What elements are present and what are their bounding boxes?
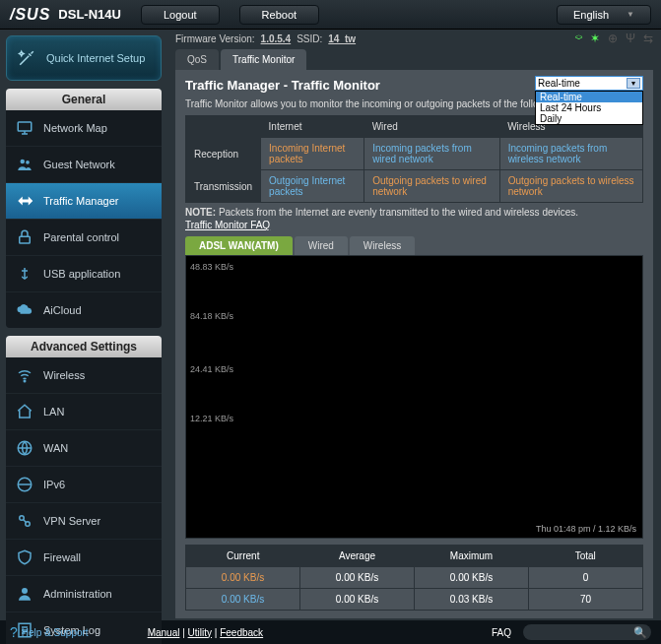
wifi-status-icon: ⌔ [575, 32, 582, 45]
panel: Real-time ▾ Real-timeLast 24 HoursDaily … [175, 70, 653, 618]
link-status-icon: ⇆ [643, 32, 653, 45]
sidebar-item-label: Parental control [43, 231, 119, 243]
subtab-wired[interactable]: Wired [295, 236, 348, 255]
sidebar-item-admin[interactable]: Administration [6, 576, 162, 612]
stats-cell: 0.00 KB/s [300, 589, 415, 611]
packet-link[interactable]: Outgoing Internet packets [269, 175, 345, 197]
svg-point-2 [26, 161, 30, 164]
dropdown-list: Real-timeLast 24 HoursDaily [535, 91, 643, 125]
sidebar-item-vpn[interactable]: VPN Server [6, 503, 162, 540]
sidebar-item-usb[interactable]: USB application [6, 256, 162, 292]
sidebar-item-label: LAN [43, 406, 64, 418]
stats-cell: 0.00 KB/s [300, 567, 415, 589]
table-cell: Outgoing packets to wireless network [499, 170, 642, 203]
packet-link[interactable]: Incoming packets from wireless network [508, 143, 608, 164]
dropdown-selected: Real-time [538, 78, 580, 89]
tab-traffic-monitor[interactable]: Traffic Monitor [221, 49, 306, 70]
sidebar: Quick Internet Setup General Network Map… [0, 30, 167, 620]
quick-internet-setup-button[interactable]: Quick Internet Setup [6, 35, 162, 81]
faq-link[interactable]: FAQ [492, 627, 511, 638]
stats-cell: 0.00 KB/s [186, 567, 300, 589]
lan-icon [14, 401, 35, 422]
packet-link[interactable]: Incoming Internet packets [269, 143, 345, 164]
subtab-adsl-wan-atm-[interactable]: ADSL WAN(ATM) [185, 236, 293, 255]
sidebar-item-wireless[interactable]: Wireless [6, 357, 162, 394]
note-text: Packets from the Internet are evenly tra… [219, 207, 578, 218]
sidebar-item-label: VPN Server [43, 515, 100, 527]
stats-header: Current [186, 546, 300, 567]
admin-icon [14, 583, 35, 605]
sidebar-item-label: AiCloud [43, 304, 82, 316]
sidebar-item-label: Traffic Manager [43, 195, 118, 207]
ssid-link[interactable]: 14_tw [328, 33, 356, 44]
dropdown-option[interactable]: Last 24 Hours [536, 102, 642, 113]
sidebar-item-aicloud[interactable]: AiCloud [6, 292, 162, 328]
packet-link[interactable]: Outgoing packets to wired network [372, 175, 487, 197]
logout-button[interactable]: Logout [141, 5, 220, 25]
utility-link[interactable]: Utility [188, 627, 212, 638]
sidebar-item-netmap[interactable]: Network Map [6, 110, 162, 147]
ytick: 24.41 KB/s [190, 364, 233, 374]
stats-cell: 0.00 KB/s [186, 589, 300, 611]
sidebar-item-label: IPv6 [43, 479, 65, 490]
sidebar-item-label: Firewall [43, 551, 81, 563]
help-support-link[interactable]: Help & Support [22, 627, 89, 638]
sidebar-item-firewall[interactable]: Firewall [6, 540, 162, 576]
model-name: DSL-N14U [58, 7, 121, 22]
stats-table: CurrentAverageMaximumTotal0.00 KB/s0.00 … [185, 545, 643, 611]
wand-icon [15, 46, 38, 70]
ytick: 84.18 KB/s [190, 311, 233, 321]
traffic-faq-link[interactable]: Traffic Monitor FAQ [185, 220, 643, 230]
sidebar-item-guest[interactable]: Guest Network [6, 147, 162, 183]
globe-status-icon: ⊕ [608, 32, 618, 45]
ssid-label: SSID: [297, 33, 322, 44]
sidebar-item-ipv6[interactable]: IPv6 [6, 467, 162, 503]
sidebar-item-parental[interactable]: Parental control [6, 220, 162, 256]
packet-link[interactable]: Incoming packets from wired network [372, 143, 472, 164]
brand-logo: /SUS [10, 6, 50, 24]
stats-row: 0.00 KB/s0.00 KB/s0.03 KB/s70 [186, 589, 643, 611]
throughput-graph: 48.83 KB/s 84.18 KB/s 24.41 KB/s 12.21 K… [185, 255, 643, 539]
svg-rect-3 [20, 236, 31, 243]
sidebar-item-wan[interactable]: WAN [6, 430, 162, 467]
stats-header: Average [300, 546, 415, 567]
table-header: Wired [364, 116, 500, 138]
stats-cell: 70 [529, 589, 643, 611]
reboot-button[interactable]: Reboot [239, 5, 319, 25]
stats-row: 0.00 KB/s0.00 KB/s0.00 KB/s0 [186, 567, 643, 589]
fw-version-link[interactable]: 1.0.5.4 [261, 33, 292, 44]
dropdown-option[interactable]: Real-time [536, 92, 642, 102]
section-advanced-header: Advanced Settings [6, 336, 162, 357]
sidebar-item-label: Guest Network [43, 159, 115, 170]
sidebar-item-label: USB application [43, 268, 120, 280]
subtab-wireless[interactable]: Wireless [350, 236, 415, 255]
dropdown-option[interactable]: Daily [536, 113, 642, 124]
table-cell: Outgoing Internet packets [261, 170, 364, 203]
help-icon[interactable]: ? [10, 624, 18, 640]
table-cell: Outgoing packets to wired network [364, 170, 500, 203]
svg-point-9 [22, 588, 28, 594]
qis-label: Quick Internet Setup [46, 52, 145, 64]
svg-point-1 [21, 160, 26, 164]
table-cell: Incoming packets from wired network [364, 138, 500, 170]
table-cell: Incoming packets from wireless network [499, 138, 642, 170]
sidebar-item-traffic[interactable]: Traffic Manager [6, 183, 162, 220]
search-input[interactable]: 🔍 [523, 624, 651, 640]
manual-link[interactable]: Manual [148, 627, 180, 638]
firewall-icon [14, 547, 35, 568]
stats-header: Maximum [415, 546, 529, 567]
feedback-link[interactable]: Feedback [220, 627, 263, 638]
language-selector[interactable]: English ▼ [557, 5, 651, 25]
wireless-icon [14, 364, 35, 386]
time-range-dropdown[interactable]: Real-time ▾ Real-timeLast 24 HoursDaily [535, 76, 643, 125]
top-bar: /SUS DSL-N14U Logout Reboot English ▼ [0, 0, 661, 30]
fw-label: Firmware Version: [175, 33, 255, 44]
wan-icon [14, 437, 35, 459]
sidebar-item-label: Network Map [43, 122, 107, 134]
packet-link[interactable]: Outgoing packets to wireless network [508, 175, 634, 197]
footer-links: Manual | Utility | Feedback [148, 627, 264, 638]
table-row: TransmissionOutgoing Internet packetsOut… [186, 170, 643, 203]
sidebar-item-lan[interactable]: LAN [6, 394, 162, 430]
tab-qos[interactable]: QoS [175, 49, 219, 70]
chevron-down-icon: ▾ [627, 78, 640, 89]
